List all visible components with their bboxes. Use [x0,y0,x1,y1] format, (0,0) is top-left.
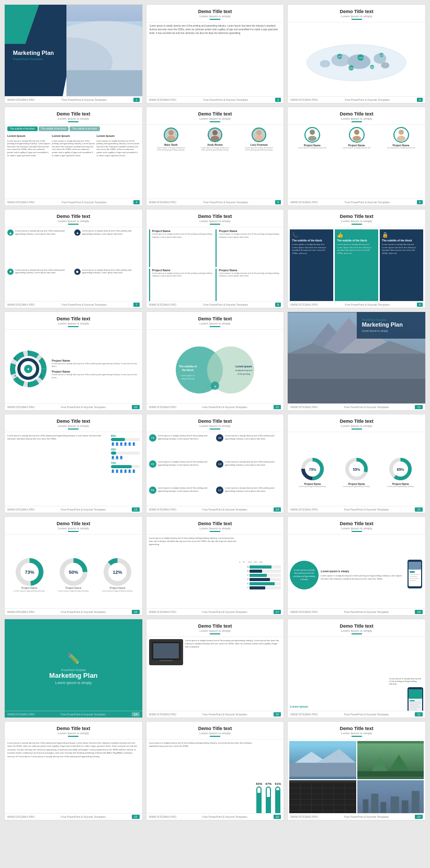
wheel-body: ✦ 1 2 3 4 5 6 Project Name Lorem ipsum i… [5,330,142,410]
proj-circle-2 [349,127,365,143]
laptop-text: Lorem ipsum is simply dummy text of the … [185,639,281,715]
tab-3[interactable]: The subtitle of the block [70,126,100,131]
bar-row-3: C [239,574,281,577]
slide-6: Demo Title text Lorem Ipsum is simply Pr… [287,107,426,206]
slide-16-header: Demo Title text Lorem Ipsum is simply [5,517,142,535]
svg-rect-102 [410,704,419,705]
header-underline [210,121,220,122]
thermo-3: 91% [275,782,281,818]
proj-card-3: Project Name Lorem ipsum is simply dummy… [149,269,214,306]
slide-9: Demo Title text Lorem Ipsum is simply 📞 … [287,209,426,308]
slide-13-footer: WWW.SITE2MAX.PRO Free PowerPoint & Keyno… [5,506,142,513]
header-underline [352,224,362,225]
bar-row-4: D [239,578,281,581]
avatar-1: Mary Stark Lorem ipsum is simply dummy t… [156,128,185,151]
svg-rect-94 [153,643,179,658]
slides-grid: Marketing Plan PowerPoint Template WWW.S… [4,4,426,820]
header-underline [210,633,220,634]
donut-2: 55% Project Name Lorem ipsum typesetting… [343,457,370,488]
slide-tabs: The subtitle of the block The subtitle o… [5,125,142,133]
slide-1-footer: WWW.SITE2MAX.PRO Free PowerPoint & Keyno… [5,96,142,103]
proj-card-2: Project Name Lorem ipsum is simply dummy… [216,229,281,267]
text-heavy-body: Lorem ipsum is simply dummy text of the … [5,739,142,820]
slide-2: Demo Title text Lorem Ipsum is simply Lo… [146,4,285,103]
svg-point-24 [167,136,175,141]
svg-text:2: 2 [41,357,42,360]
thermo-1: 83% [256,782,262,818]
bar-row-6: F [239,586,281,589]
slide-16: Demo Title text Lorem Ipsum is simply 73… [4,516,143,616]
header-underline [352,429,362,430]
header-underline [68,429,78,430]
stat-3: 73% 👤 👤 👤 👤 👤 👤 [111,461,140,473]
donut-1: 75% Project Name Lorem ipsum typesetting… [299,457,326,488]
slide-11: Demo Title text Lorem Ipsum is simply Th… [146,311,285,411]
info-card-2: 👍 The subtitle of the block Lorem ipsum … [335,229,378,306]
bar-chart-body: Lorem ipsum is simply dummy text of the … [146,535,284,615]
bar-row-2: B [239,570,281,573]
device-text: Lorem ipsum is simply Lorem ipsum is sim… [321,570,405,580]
slide-3-footer: WWW.SITE2MAX.PRO Free PowerPoint & Keyno… [288,96,425,103]
slide-3-header: Demo Title text Lorem Ipsum is simply [288,5,425,22]
tab-2[interactable]: The subtitle of the block [39,126,69,131]
slide-17-footer: WWW.SITE2MAX.PRO Free PowerPoint & Keyno… [146,608,284,615]
bar-text: Lorem ipsum is simply dummy text of the … [149,537,237,613]
avatar-3: Lory Freeman Lorem ipsum is simply dummy… [245,128,274,151]
proj-2: Project Name Lorem ipsum is simply dummy… [343,127,371,203]
slide-13-header: Demo Title text Lorem Ipsum is simply [5,414,142,432]
slide-14-header: Demo Title text Lorem Ipsum is simply [146,414,284,432]
svg-text:+58%: +58% [358,56,364,59]
info-card-3: 🔒 The subtitle of the block Lorem ipsum … [380,229,423,306]
svg-point-31 [354,130,359,135]
svg-point-30 [308,136,316,141]
svg-point-27 [256,130,262,135]
svg-text:simply dummy: simply dummy [181,377,195,380]
thermo-text: Lorem ipsum is simply dummy text of the … [149,742,254,818]
slide-14-footer: WWW.SITE2MAX.PRO Free PowerPoint & Keyno… [146,506,284,513]
svg-text:+47%: +47% [337,55,343,58]
slide-2-body: Lorem ipsum is simply dummy text of the … [146,22,284,103]
svg-rect-4 [66,49,142,86]
svg-text:the block: the block [182,368,194,372]
numbers-grid: 76 Lorem ipsum is simply dummy text of t… [146,432,284,513]
svg-text:73%: 73% [25,570,34,575]
svg-rect-99 [409,689,422,699]
slide-20: Demo Title text Lorem Ipsum is simply Lo… [146,619,285,718]
slide-11-header: Demo Title text Lorem Ipsum is simply [146,312,284,330]
slide-6-header: Demo Title text Lorem Ipsum is simply [288,107,425,125]
slide-5-header: Demo Title text Lorem Ipsum is simply [146,107,284,125]
slide-20-header: Demo Title text Lorem Ipsum is simply [146,619,284,637]
svg-text:6: 6 [15,357,16,360]
svg-point-28 [255,136,263,141]
thumbs-icon: 👍 [337,232,376,238]
avatar-circle-2 [208,128,222,142]
slide-2-header: Demo Title text Lorem Ipsum is simply [146,5,284,22]
photo-grid [288,739,425,820]
svg-text:of the printing: of the printing [237,373,250,375]
slide-6-footer: WWW.SITE2MAX.PRO Free PowerPoint & Keyno… [288,199,425,205]
phone-mockup [408,560,423,591]
svg-rect-100 [410,700,415,701]
cover-text: Marketing Plan PowerPoint Template [13,49,54,61]
slide-10-header: Demo Title text Lorem Ipsum is simply [5,312,142,330]
photo-2 [357,741,424,779]
tab-1[interactable]: The subtitle of the block [7,126,38,131]
list-item-1: ▲ Lorem ipsum is simply dummy text of th… [7,229,73,267]
world-map: +47% +58% +12% +71% +15% [290,25,423,101]
svg-rect-108 [289,763,356,777]
svg-text:50%: 50% [69,570,78,575]
list-icon-1: ▲ [7,229,14,236]
slide-8-header: Demo Title text Lorem Ipsum is simply [146,210,284,227]
svg-rect-87 [410,571,415,573]
stats-body: Lorem ipsum is simply dummy text of the … [5,432,142,513]
bar-row-5: E [239,582,281,585]
slide-3: Demo Title text Lorem Ipsum is simply +4… [287,4,426,103]
slide-19: ✏️ PowerPoint Template Marketing Plan Lo… [4,619,143,718]
svg-text:55%: 55% [353,468,361,471]
svg-text:Lorem ipsum: Lorem ipsum [235,365,252,368]
slide-9-footer: WWW.SITE2MAX.PRO Free PowerPoint & Keyno… [288,301,425,308]
proj-1: Project Name Lorem ipsum is simply dummy… [298,127,326,203]
list-icons: ▲ Lorem ipsum is simply dummy text of th… [5,227,142,308]
svg-text:+15%: +15% [370,66,375,68]
svg-rect-104 [410,709,417,710]
